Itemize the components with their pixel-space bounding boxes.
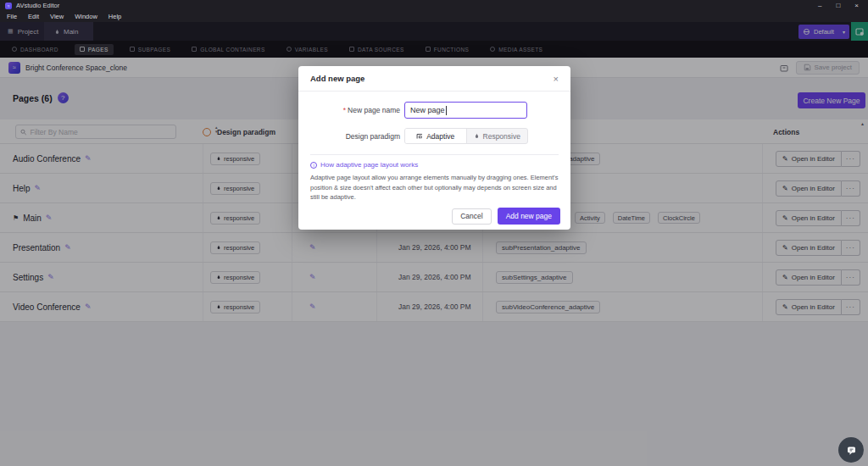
info-icon: i <box>310 162 317 169</box>
paradigm-description: Adaptive page layout allow you arrange e… <box>310 173 560 202</box>
name-input-value: New page <box>410 106 445 114</box>
new-page-name-input[interactable]: New page <box>404 102 527 119</box>
menu-help[interactable]: Help <box>108 13 121 20</box>
option-responsive[interactable]: Responsive <box>467 129 528 143</box>
window-title: AVstudio Editor <box>16 2 59 9</box>
maximize-button[interactable]: □ <box>836 0 840 11</box>
menu-edit[interactable]: Edit <box>28 13 39 20</box>
modal-title: Add new page <box>310 74 364 83</box>
close-window-button[interactable]: × <box>854 0 859 11</box>
option-adaptive[interactable]: Adaptive <box>405 129 467 143</box>
adaptive-layout-icon <box>416 133 423 140</box>
help-link-label: How adaptive page layout works <box>320 161 418 169</box>
responsive-label: Responsive <box>483 132 520 141</box>
modal-divider <box>310 154 559 155</box>
chat-icon <box>846 445 857 456</box>
adaptive-label: Adaptive <box>426 132 454 141</box>
text-caret <box>446 106 447 115</box>
add-new-page-modal: Add new page × *New page name New page D… <box>298 66 570 230</box>
flame-icon <box>474 132 480 140</box>
name-field-label: *New page name <box>298 106 400 114</box>
cancel-button[interactable]: Cancel <box>452 208 491 225</box>
close-icon[interactable]: × <box>554 74 559 84</box>
window-titlebar: ≈ AVstudio Editor – □ × <box>0 0 868 11</box>
minimize-button[interactable]: – <box>818 0 821 11</box>
paradigm-field-label: Design paradigm <box>298 132 400 141</box>
menu-window[interactable]: Window <box>75 13 97 20</box>
menu-view[interactable]: View <box>50 13 64 20</box>
adaptive-help-link[interactable]: i How adaptive page layout works <box>310 161 418 169</box>
add-new-page-button[interactable]: Add new page <box>498 208 560 225</box>
required-asterisk: * <box>343 106 346 114</box>
app-icon: ≈ <box>5 3 12 9</box>
menu-file[interactable]: File <box>7 13 17 20</box>
menu-bar: File Edit View Window Help <box>0 11 868 22</box>
design-paradigm-toggle: Adaptive Responsive <box>404 128 528 144</box>
chat-widget-button[interactable] <box>838 437 864 463</box>
